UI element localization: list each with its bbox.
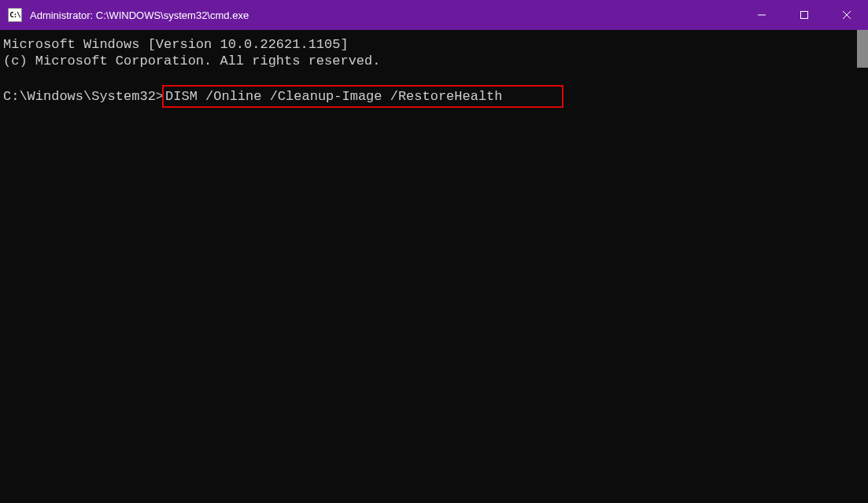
version-line: Microsoft Windows [Version 10.0.22621.11… (3, 36, 865, 53)
terminal-output[interactable]: Microsoft Windows [Version 10.0.22621.11… (0, 30, 868, 503)
cmd-icon-text: C:\ (9, 11, 20, 19)
svg-rect-1 (801, 12, 808, 19)
copyright-line: (c) Microsoft Corporation. All rights re… (3, 53, 865, 69)
close-icon (842, 10, 851, 20)
minimize-button[interactable] (741, 0, 783, 30)
prompt-text: C:\Windows\System32> (3, 89, 164, 104)
scrollbar-thumb[interactable] (857, 30, 868, 68)
cmd-icon: C:\ (8, 8, 22, 22)
maximize-button[interactable] (783, 0, 826, 30)
minimize-icon (757, 10, 766, 20)
cmd-window: C:\ Administrator: C:\WINDOWS\system32\c… (0, 0, 868, 503)
command-highlight: DISM /Online /Cleanup-Image /RestoreHeal… (162, 85, 563, 108)
window-controls (741, 0, 868, 30)
maximize-icon (800, 10, 809, 20)
prompt-line: C:\Windows\System32>DISM /Online /Cleanu… (3, 85, 865, 108)
close-button[interactable] (826, 0, 868, 30)
titlebar[interactable]: C:\ Administrator: C:\WINDOWS\system32\c… (0, 0, 868, 30)
window-title: Administrator: C:\WINDOWS\system32\cmd.e… (30, 9, 741, 21)
command-text: DISM /Online /Cleanup-Image /RestoreHeal… (165, 89, 502, 104)
